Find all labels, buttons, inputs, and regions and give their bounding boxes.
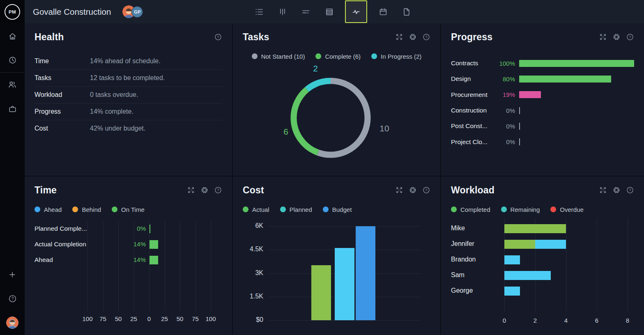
workload-bar-segment [535,240,566,249]
progress-zero-tick [519,123,520,130]
gridline [628,218,628,312]
expand-icon[interactable] [187,186,195,194]
workload-row-label: Jennifer [451,240,474,248]
board-view-button[interactable] [275,4,290,19]
legend-item: Complete (6) [315,53,361,60]
gantt-view-button[interactable] [298,4,313,19]
legend-dot-icon [280,207,286,212]
time-row-label: Planned Comple... [34,225,87,232]
files-view-button[interactable] [399,4,414,19]
calendar-view-button[interactable] [375,4,391,19]
app-logo[interactable]: PM [0,0,25,23]
health-row-label: Cost [34,125,90,132]
view-toolbar [251,0,414,23]
gridline [103,221,104,311]
gridline [196,221,196,311]
panel-title-health: Health [34,32,64,43]
progress-panel: Progress ? Contracts100%Design80%Procure… [441,23,644,176]
settings-gear-icon[interactable] [200,186,209,194]
sheet-view-button[interactable] [322,4,337,19]
project-members[interactable]: GP [122,5,143,18]
cost-bar-planned [335,248,354,320]
health-row-value: 0 tasks overdue. [90,91,138,99]
left-sidebar: ? [0,23,25,335]
y-axis-tick-label: 3K [243,269,263,277]
panel-title-cost: Cost [243,185,264,196]
legend-item: Behind [72,206,101,213]
user-avatar[interactable] [0,314,25,332]
legend-item: Overdue [550,206,584,213]
health-panel: Health ? Time 14% ahead of schedule. Tas… [25,23,232,176]
dashboard-view-button[interactable] [345,0,367,23]
legend-dot-icon [371,53,377,59]
y-axis-tick-label: 6K [243,222,263,229]
legend-label: Behind [82,206,101,213]
expand-icon[interactable] [599,33,607,41]
progress-row-label: Design [451,75,496,83]
gridline [87,221,88,311]
donut-value-label: 6 [283,127,288,137]
time-zero-tick [150,225,151,233]
top-bar: PM Govalle Construction GP [0,0,644,23]
legend-label: Overdue [560,206,584,213]
settings-gear-icon[interactable] [612,33,621,41]
x-axis-tick-label: 4 [556,317,576,324]
help-icon[interactable]: ? [422,186,430,194]
member-avatar-badge[interactable]: GP [131,6,143,18]
expand-icon[interactable] [395,33,403,41]
donut-ring [290,77,372,159]
svg-text:?: ? [426,35,428,39]
time-clock-icon[interactable] [0,51,25,69]
gridline [597,218,597,312]
team-icon[interactable] [0,76,25,94]
health-row-label: Tasks [34,74,90,82]
expand-icon[interactable] [395,186,403,194]
expand-icon[interactable] [599,186,607,194]
x-axis-tick-label: 0 [494,317,515,324]
list-view-button[interactable] [251,4,267,19]
panel-title-tasks: Tasks [243,32,269,43]
cost-bars-chart: 6K4.5K3K1.5K$0 [243,217,430,328]
home-icon[interactable] [0,27,25,45]
settings-gear-icon[interactable] [612,186,621,194]
settings-gear-icon[interactable] [409,33,417,41]
cost-bar-budget [356,226,375,320]
progress-row: Project Clo...0% [451,134,634,149]
panel-title-time: Time [34,185,57,196]
legend-item: Actual [243,206,269,213]
settings-gear-icon[interactable] [409,186,417,194]
legend-item: On Time [112,206,145,213]
health-row-label: Workload [34,91,90,99]
panel-title-workload: Workload [451,185,494,196]
help-icon[interactable]: ? [422,33,430,41]
health-row-value: 12 tasks to be completed. [90,74,165,82]
progress-bars-chart: Contracts100%Design80%Procurement19%Cons… [451,55,634,150]
help-icon[interactable]: ? [214,186,222,194]
legend-dot-icon [451,207,457,212]
legend-item: In Progress (2) [371,53,421,60]
workload-bar-segment [504,240,535,249]
progress-bar [519,76,611,83]
tasks-legend: Not Started (10)Complete (6)In Progress … [243,52,430,60]
x-axis-tick-label: 6 [586,317,607,324]
help-icon[interactable]: ? [626,33,634,41]
help-icon[interactable]: ? [214,33,222,41]
project-title: Govalle Construction [33,7,111,17]
help-icon[interactable]: ? [0,289,25,307]
legend-item: Completed [451,206,490,213]
svg-text:?: ? [629,188,631,192]
help-icon[interactable]: ? [626,186,634,194]
gridline [268,320,421,321]
add-plus-icon[interactable] [0,266,25,284]
portfolio-briefcase-icon[interactable] [0,100,25,118]
progress-bar-track [519,76,634,83]
y-axis-tick-label: 4.5K [243,246,263,253]
avatar-image [6,317,18,329]
health-row: Workload 0 tasks overdue. [34,87,222,103]
x-axis-tick-label: 8 [617,317,638,324]
health-row-value: 14% complete. [90,108,133,115]
workload-row-label: George [451,287,473,294]
time-bar [150,240,158,249]
panel-title-progress: Progress [451,32,492,43]
progress-bar-track [519,107,634,114]
